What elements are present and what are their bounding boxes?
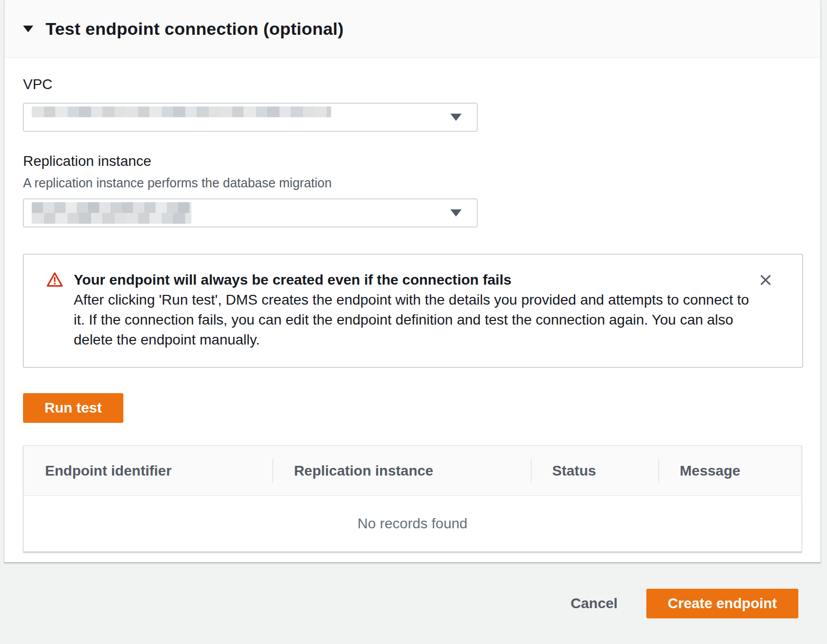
- create-endpoint-button[interactable]: Create endpoint: [646, 589, 798, 618]
- page-title: Test endpoint connection (optional): [46, 19, 343, 39]
- replication-instance-label: Replication instance: [23, 153, 802, 169]
- test-endpoint-panel: Test endpoint connection (optional) VPC …: [4, 0, 821, 563]
- empty-table-message: No records found: [24, 496, 801, 551]
- warning-text-block: Your endpoint will always be created eve…: [74, 270, 754, 350]
- collapse-triangle-icon: [23, 26, 33, 32]
- section-header-test-endpoint[interactable]: Test endpoint connection (optional): [5, 0, 820, 58]
- redacted-replication-instance-value: [32, 202, 191, 224]
- warning-title: Your endpoint will always be created eve…: [74, 270, 754, 290]
- close-icon[interactable]: [754, 269, 777, 291]
- footer-actions: Cancel Create endpoint: [0, 563, 827, 644]
- redacted-vpc-value: [32, 106, 331, 128]
- warning-alert: Your endpoint will always be created eve…: [23, 254, 803, 368]
- replication-instance-select[interactable]: [23, 199, 477, 227]
- cancel-button[interactable]: Cancel: [571, 595, 618, 612]
- vpc-label: VPC: [23, 76, 802, 93]
- test-results-table: Endpoint identifier Replication instance…: [23, 445, 802, 552]
- column-header-replication-instance: Replication instance: [272, 446, 531, 496]
- chevron-down-icon: [450, 114, 462, 121]
- table-header-row: Endpoint identifier Replication instance…: [24, 446, 801, 496]
- vpc-select[interactable]: [23, 103, 477, 132]
- column-header-status: Status: [531, 446, 658, 496]
- chevron-down-icon: [450, 209, 462, 217]
- column-header-endpoint-identifier: Endpoint identifier: [24, 446, 272, 496]
- panel-body: VPC Replication instance A replication i…: [5, 58, 820, 552]
- warning-body: After clicking 'Run test', DMS creates t…: [74, 290, 754, 350]
- replication-instance-description: A replication instance performs the data…: [23, 176, 802, 190]
- run-test-button[interactable]: Run test: [23, 393, 123, 423]
- column-header-message: Message: [658, 446, 801, 496]
- warning-triangle-icon: [46, 271, 63, 350]
